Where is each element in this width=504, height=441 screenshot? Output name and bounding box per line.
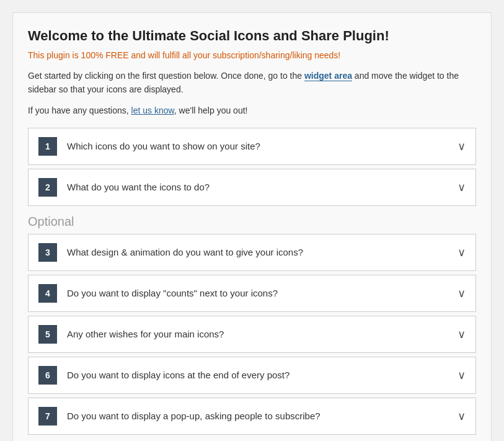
- chevron-icon-1: ∨: [458, 140, 466, 153]
- contact-text-before: If you have any questions,: [28, 105, 131, 115]
- accordion-label-2: What do you want the icons to do?: [67, 182, 451, 192]
- accordion-label-6: Do you want to display icons at the end …: [67, 370, 451, 380]
- contact-link[interactable]: let us know: [131, 105, 174, 115]
- page-title: Welcome to the Ultimate Social Icons and…: [28, 28, 476, 44]
- accordion-item-2[interactable]: 2 What do you want the icons to do? ∨: [28, 169, 476, 206]
- chevron-icon-4: ∨: [458, 287, 466, 300]
- contact-text: If you have any questions, let us know, …: [28, 105, 476, 115]
- contact-text-after: , we'll help you out!: [174, 105, 248, 115]
- chevron-icon-3: ∨: [458, 246, 466, 259]
- step-number-4: 4: [38, 284, 57, 303]
- chevron-icon-5: ∨: [458, 327, 466, 341]
- accordion-label-4: Do you want to display "counts" next to …: [67, 288, 451, 298]
- accordion-label-5: Any other wishes for your main icons?: [67, 329, 451, 339]
- step-number-1: 1: [38, 137, 57, 156]
- step-number-5: 5: [38, 325, 57, 344]
- accordion-item-5[interactable]: 5 Any other wishes for your main icons? …: [28, 316, 476, 353]
- step-number-6: 6: [38, 366, 57, 385]
- step-number-2: 2: [38, 178, 57, 197]
- chevron-icon-2: ∨: [458, 180, 466, 194]
- accordion-label-1: Which icons do you want to show on your …: [67, 141, 451, 151]
- accordion-item-3[interactable]: 3 What design & animation do you want to…: [28, 234, 476, 271]
- chevron-icon-7: ∨: [458, 409, 466, 423]
- description: Get started by clicking on the first que…: [28, 69, 476, 97]
- accordion-item-4[interactable]: 4 Do you want to display "counts" next t…: [28, 275, 476, 312]
- optional-label: Optional: [28, 215, 476, 229]
- accordion-label-3: What design & animation do you want to g…: [67, 247, 451, 257]
- widget-area-link[interactable]: widget area: [304, 71, 352, 81]
- accordion-label-7: Do you want to display a pop-up, asking …: [67, 411, 451, 421]
- description-text-before: Get started by clicking on the first que…: [28, 71, 304, 81]
- step-number-7: 7: [38, 407, 57, 425]
- chevron-icon-6: ∨: [458, 368, 466, 382]
- step-number-3: 3: [38, 243, 57, 262]
- optional-accordion-section: 3 What design & animation do you want to…: [28, 234, 476, 435]
- accordion-item-6[interactable]: 6 Do you want to display icons at the en…: [28, 357, 476, 394]
- required-accordion-section: 1 Which icons do you want to show on you…: [28, 128, 476, 206]
- accordion-item-7[interactable]: 7 Do you want to display a pop-up, askin…: [28, 398, 476, 435]
- subtitle: This plugin is 100% FREE and will fulfil…: [28, 50, 476, 60]
- main-container: Welcome to the Ultimate Social Icons and…: [12, 12, 492, 441]
- accordion-item-1[interactable]: 1 Which icons do you want to show on you…: [28, 128, 476, 165]
